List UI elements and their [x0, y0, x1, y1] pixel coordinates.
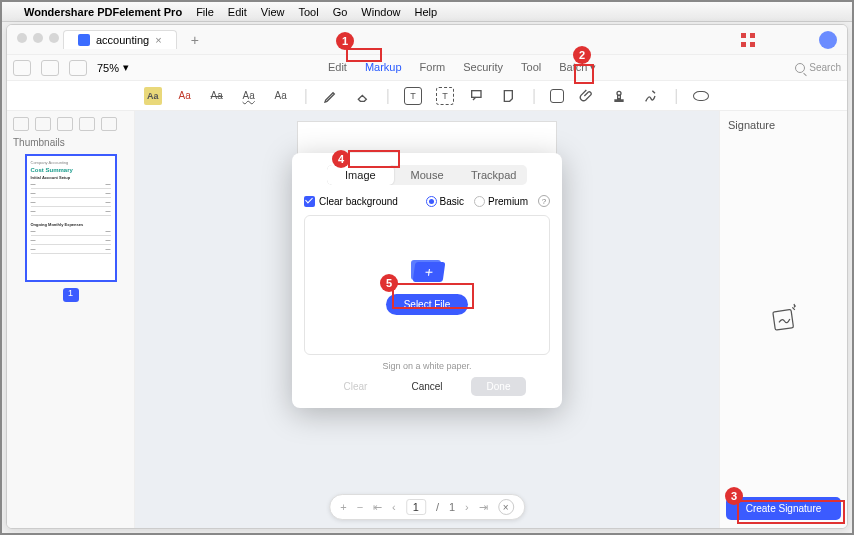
panel-toggle-thumb-icon[interactable] — [41, 60, 59, 76]
chevron-down-icon: ▾ — [123, 61, 129, 74]
annotation-box-4 — [348, 150, 400, 168]
menu-edit[interactable]: Edit — [228, 6, 247, 18]
primary-toolbar: 75% ▾ Edit Markup Form Security Tool Bat… — [7, 55, 847, 81]
sidebar-tab-bookmark-icon[interactable] — [35, 117, 51, 131]
textbox-icon[interactable]: T — [404, 87, 422, 105]
mode-markup[interactable]: Markup — [365, 61, 402, 74]
sidebar-tab-thumb-icon[interactable] — [13, 117, 29, 131]
attachment-icon[interactable] — [578, 87, 596, 105]
markup-toolbar: Aa Aa Aa Aa Aa | | T T | | — [7, 81, 847, 111]
search-placeholder: Search — [809, 62, 841, 73]
modal-hint: Sign on a white paper. — [304, 361, 550, 371]
annotation-badge-5: 5 — [380, 274, 398, 292]
menu-file[interactable]: File — [196, 6, 214, 18]
modal-cancel-button[interactable]: Cancel — [395, 377, 458, 396]
modal-tab-trackpad[interactable]: Trackpad — [460, 165, 527, 185]
highlight-icon[interactable]: Aa — [144, 87, 162, 105]
text-frame-icon[interactable]: T — [436, 87, 454, 105]
prev-page-button[interactable]: ‹ — [392, 501, 396, 513]
modal-tab-image[interactable]: Image — [327, 165, 394, 185]
mode-menu: Edit Markup Form Security Tool Batch ▾ — [328, 61, 596, 74]
panel-toggle-right-icon[interactable] — [69, 60, 87, 76]
insert-text-icon[interactable]: Aa — [272, 87, 290, 105]
plan-basic-radio[interactable]: Basic — [426, 196, 464, 207]
mode-tool[interactable]: Tool — [521, 61, 541, 74]
window-controls[interactable] — [17, 33, 59, 43]
shape-rect-icon[interactable] — [550, 89, 564, 103]
annotation-box-3 — [737, 500, 845, 524]
annotation-badge-2: 2 — [573, 46, 591, 64]
page-current[interactable]: 1 — [406, 499, 426, 515]
pencil-icon[interactable] — [322, 87, 340, 105]
folder-upload-icon: + — [411, 256, 443, 284]
menu-help[interactable]: Help — [414, 6, 437, 18]
page-navigator: + − ⇤ ‹ 1 / 1 › ⇥ × — [329, 494, 525, 520]
annotation-box-2 — [574, 64, 594, 84]
panel-toggle-left-icon[interactable] — [13, 60, 31, 76]
signature-modal: Image Mouse Trackpad Clear background Ba… — [292, 153, 562, 408]
signature-tool-icon[interactable] — [642, 87, 660, 105]
mode-form[interactable]: Form — [420, 61, 446, 74]
modal-done-button[interactable]: Done — [471, 377, 527, 396]
pdf-doc-icon — [78, 34, 90, 46]
zoom-in-button[interactable]: + — [340, 501, 346, 513]
menu-tool[interactable]: Tool — [298, 6, 318, 18]
modal-tabs: Image Mouse Trackpad — [327, 165, 527, 185]
apps-grid-icon[interactable] — [741, 33, 755, 47]
help-icon[interactable]: ? — [538, 195, 550, 207]
first-page-button[interactable]: ⇤ — [373, 501, 382, 514]
checkbox-icon — [304, 196, 315, 207]
radio-off-icon — [474, 196, 485, 207]
search-box[interactable]: Search — [795, 62, 841, 73]
zoom-out-button[interactable]: − — [357, 501, 363, 513]
sticky-note-icon[interactable] — [500, 87, 518, 105]
search-icon — [795, 63, 805, 73]
user-avatar[interactable] — [819, 31, 837, 49]
document-tabbar: accounting × + — [7, 25, 847, 55]
add-tab-button[interactable]: + — [185, 32, 205, 48]
right-panel-title: Signature — [728, 119, 839, 131]
last-page-button[interactable]: ⇥ — [479, 501, 488, 514]
right-sidebar: Signature Create Signature — [719, 111, 847, 528]
mac-menubar: Wondershare PDFelement Pro File Edit Vie… — [2, 2, 852, 22]
modal-clear-button[interactable]: Clear — [328, 377, 384, 396]
eraser-icon[interactable] — [354, 87, 372, 105]
tab-title: accounting — [96, 34, 149, 46]
signature-empty-icon — [764, 299, 804, 341]
mode-security[interactable]: Security — [463, 61, 503, 74]
app-window: accounting × + 75% ▾ Edit Markup Form Se… — [6, 24, 848, 529]
annotation-box-1 — [346, 48, 382, 62]
sidebar-tab-attach-icon[interactable] — [101, 117, 117, 131]
sidebar-tab-annot-icon[interactable] — [79, 117, 95, 131]
plan-premium-radio[interactable]: Premium — [474, 196, 528, 207]
page-total: 1 — [449, 501, 455, 513]
doc-tab-accounting[interactable]: accounting × — [63, 30, 177, 49]
app-title: Wondershare PDFelement Pro — [24, 6, 182, 18]
menu-window[interactable]: Window — [361, 6, 400, 18]
annotation-badge-1: 1 — [336, 32, 354, 50]
annotation-badge-4: 4 — [332, 150, 350, 168]
sidebar-title: Thumbnails — [13, 137, 128, 148]
menu-go[interactable]: Go — [333, 6, 348, 18]
radio-on-icon — [426, 196, 437, 207]
menu-view[interactable]: View — [261, 6, 285, 18]
zoom-dropdown[interactable]: 75% ▾ — [97, 61, 129, 74]
next-page-button[interactable]: › — [465, 501, 469, 513]
stamp-icon[interactable] — [610, 87, 628, 105]
underline-icon[interactable]: Aa — [176, 87, 194, 105]
close-navigator-button[interactable]: × — [498, 499, 514, 515]
callout-icon[interactable] — [468, 87, 486, 105]
annotation-box-5 — [392, 283, 474, 309]
mode-edit[interactable]: Edit — [328, 61, 347, 74]
sidebar-tab-outline-icon[interactable] — [57, 117, 73, 131]
thumbnail-page-number: 1 — [63, 288, 79, 302]
modal-tab-mouse[interactable]: Mouse — [394, 165, 461, 185]
page-thumbnail[interactable]: Company Accounting Cost Summary Initial … — [25, 154, 117, 282]
svg-rect-0 — [472, 90, 481, 97]
clear-background-checkbox[interactable]: Clear background — [304, 196, 398, 207]
visibility-icon[interactable] — [692, 87, 710, 105]
strikethrough-icon[interactable]: Aa — [208, 87, 226, 105]
squiggly-icon[interactable]: Aa — [240, 87, 258, 105]
close-tab-icon[interactable]: × — [155, 34, 161, 46]
annotation-badge-3: 3 — [725, 487, 743, 505]
